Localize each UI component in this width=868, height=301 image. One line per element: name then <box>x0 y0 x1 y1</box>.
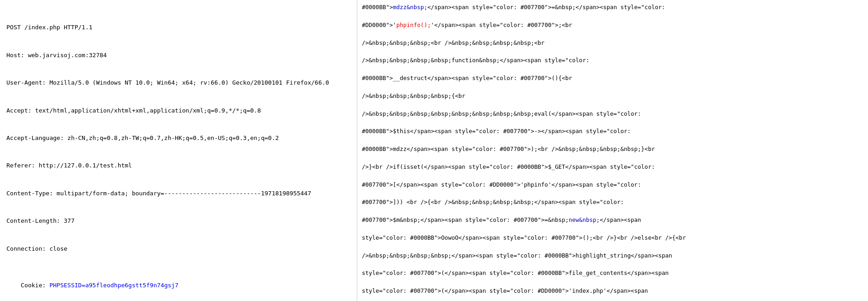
right-panel: #0000BB">mdzz&nbsp;</span><span style="c… <box>357 0 868 301</box>
cookie-prefix: Cookie: <box>21 282 49 289</box>
content-length-line: Content-Length: 377 <box>6 216 350 226</box>
content-type-line: Content-Type: multipart/form-data; bound… <box>6 189 350 198</box>
cookie-line: Cookie: PHPSESSID=a95fleodhpe6gstt5f9n74… <box>6 272 350 299</box>
left-panel: POST /index.php HTTP/1.1 Host: web.jarvi… <box>0 0 357 301</box>
host-line: Host: web.jarvisoj.com:32784 <box>6 51 350 60</box>
phpsessid-link[interactable]: PHPSESSID=a95fleodhpe6gstt5f9n74gsj7 <box>49 282 179 289</box>
referer-line: Referer: http://127.0.0.1/test.html <box>6 161 350 170</box>
user-agent-line: User-Agent: Mozilla/5.0 (Windows NT 10.0… <box>6 78 350 87</box>
request-line: POST /index.php HTTP/1.1 <box>6 23 350 32</box>
accept-line: Accept: text/html,application/xhtml+xml,… <box>6 106 350 115</box>
connection-line: Connection: close <box>6 244 350 253</box>
code-block: #0000BB">mdzz&nbsp;</span><span style="c… <box>362 3 863 301</box>
accept-language-line: Accept-Language: zh-CN,zh;q=0.8,zh-TW;q=… <box>6 134 350 143</box>
